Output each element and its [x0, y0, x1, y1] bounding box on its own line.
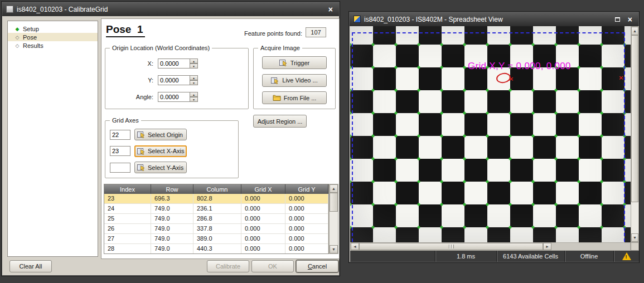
- grid-axes-row: Select Origin: [110, 129, 234, 140]
- button-label: Select Origin: [148, 131, 183, 138]
- select-x-axis-cell-input[interactable]: [110, 146, 130, 156]
- maximize-icon: [615, 17, 620, 22]
- select-x-axis-button[interactable]: Select X-Axis: [134, 145, 187, 157]
- spin-down-icon[interactable]: ▼: [190, 80, 198, 85]
- y-spinner[interactable]: ▲▼: [190, 75, 198, 85]
- table-cell: 696.3: [151, 194, 193, 203]
- scroll-thumb[interactable]: [631, 35, 638, 202]
- close-icon[interactable]: ×: [626, 14, 635, 25]
- trigger-button[interactable]: Trigger: [262, 56, 327, 69]
- maximize-button[interactable]: [613, 14, 622, 25]
- tree-item-label: Results: [23, 42, 43, 49]
- select-y-axis-cell-input[interactable]: [110, 163, 130, 173]
- table-cell: 749.0: [151, 214, 193, 223]
- scroll-thumb[interactable]: [359, 243, 543, 250]
- group-title: Grid Axes: [110, 117, 141, 124]
- status-bar: 1.8 ms6143 Available CellsOffline !: [350, 251, 639, 262]
- table-cell: 0.000: [241, 204, 285, 213]
- ok-button[interactable]: OK: [251, 260, 294, 272]
- table-cell: 337.8: [193, 224, 241, 233]
- scroll-down-icon[interactable]: ▼: [330, 245, 338, 253]
- table-row[interactable]: 24749.0236.10.0000.000: [104, 204, 328, 214]
- table-cell: 0.000: [241, 214, 285, 223]
- select-origin-cell-input[interactable]: [110, 130, 130, 140]
- table-cell: 0.000: [285, 214, 328, 223]
- setup-tree: ◆Setup◇Pose◇Results: [7, 21, 98, 257]
- spin-up-icon[interactable]: ▲: [190, 58, 198, 64]
- tree-item-setup[interactable]: ◆Setup: [8, 25, 98, 33]
- feature-points-value: 107: [306, 27, 326, 37]
- scroll-down-icon[interactable]: ▼: [631, 233, 638, 242]
- calibrate-button[interactable]: Calibrate: [207, 260, 249, 272]
- spreadsheet-titlebar[interactable]: is8402_010203 - IS8402M - Spreadsheet Vi…: [350, 12, 638, 26]
- button-label: Cancel: [297, 263, 338, 270]
- button-label: From File ...: [284, 95, 317, 101]
- calibrate-titlebar[interactable]: is8402_010203 - CalibrateGrid ×: [2, 2, 339, 16]
- table-row[interactable]: 27749.0389.00.0000.000: [104, 234, 328, 244]
- table-row[interactable]: 28749.0440.30.0000.000: [104, 244, 328, 254]
- adjust-region-button[interactable]: Adjust Region ...: [253, 115, 307, 128]
- x-spinner[interactable]: ▲▼: [190, 58, 198, 69]
- grid-axes-group: Grid Axes Select OriginSelect X-AxisSele…: [105, 120, 239, 178]
- spin-up-icon[interactable]: ▲: [190, 92, 198, 97]
- status-segments: 1.8 ms6143 Available CellsOffline: [435, 251, 613, 262]
- scroll-thumb[interactable]: [330, 193, 338, 212]
- acquire-image-group: Acquire Image TriggerLive Video ...From …: [253, 48, 336, 109]
- table-cell: 0.000: [285, 244, 328, 253]
- select-y-axis-button[interactable]: Select Y-Axis: [134, 162, 187, 173]
- calibration-image[interactable]: Grid X,Y = 0.000, 0.000 × ×: [350, 26, 631, 242]
- window-icon: [6, 6, 13, 13]
- status-segment: 1.8 ms: [435, 251, 496, 262]
- pose-heading: Pose 1: [106, 23, 145, 37]
- table-row[interactable]: 25749.0286.80.0000.000: [104, 214, 328, 224]
- select-origin-button[interactable]: Select Origin: [134, 129, 187, 140]
- angle-input[interactable]: [158, 92, 190, 102]
- spin-down-icon[interactable]: ▼: [190, 97, 198, 102]
- column-header-column: Column: [193, 184, 241, 194]
- tree-item-pose[interactable]: ◇Pose: [8, 33, 98, 41]
- button-label: Select X-Axis: [148, 148, 184, 154]
- table-cell: 0.000: [285, 204, 328, 213]
- table-scrollbar[interactable]: ▲ ▼: [329, 184, 338, 254]
- feature-points-label: Feature points found:: [230, 30, 302, 37]
- table-cell: 286.8: [193, 214, 241, 223]
- y-label: Y:: [110, 77, 153, 84]
- spin-up-icon[interactable]: ▲: [190, 75, 198, 80]
- diamond-solid-icon: ◆: [14, 26, 20, 32]
- table-cell: 0.000: [241, 194, 285, 203]
- angle-spinner[interactable]: ▲▼: [190, 92, 198, 102]
- vertical-scrollbar[interactable]: ▲ ▼: [631, 26, 639, 242]
- from-file-button[interactable]: From File ...: [262, 91, 327, 104]
- table-row[interactable]: 26749.0337.80.0000.000: [104, 224, 328, 234]
- live-video-button[interactable]: Live Video ...: [262, 74, 327, 87]
- desktop-background: is8402_010203 - CalibrateGrid × ◆Setup◇P…: [0, 0, 644, 283]
- table-body: 23696.3802.80.0000.00024749.0236.10.0000…: [104, 194, 328, 254]
- table-cell: 389.0: [193, 234, 241, 243]
- scroll-right-icon[interactable]: ►: [543, 243, 551, 250]
- scroll-up-icon[interactable]: ▲: [330, 184, 338, 193]
- clear-all-button[interactable]: Clear All: [9, 260, 52, 272]
- scroll-left-icon[interactable]: ◄: [351, 243, 359, 250]
- button-label: Live Video ...: [282, 77, 317, 84]
- cancel-button[interactable]: Cancel: [296, 260, 338, 272]
- table-cell: 236.1: [193, 204, 241, 213]
- window-title: is8402_010203 - IS8402M - Spreadsheet Vi…: [364, 16, 609, 23]
- y-input[interactable]: [158, 75, 190, 85]
- tree-item-results[interactable]: ◇Results: [8, 41, 98, 50]
- x-input[interactable]: [158, 58, 190, 69]
- group-title: Origin Location (World Coordinates): [110, 45, 212, 51]
- grid-axes-row: Select Y-Axis: [110, 162, 234, 173]
- folder-icon: [273, 94, 281, 101]
- table-row[interactable]: 23696.3802.80.0000.000: [104, 194, 328, 204]
- table-cell: 749.0: [151, 204, 193, 213]
- spin-down-icon[interactable]: ▼: [190, 64, 198, 69]
- table-cell: 749.0: [151, 244, 193, 253]
- table-cell: 802.8: [193, 194, 241, 203]
- scroll-up-icon[interactable]: ▲: [631, 27, 638, 35]
- table-cell: 0.000: [241, 244, 285, 253]
- close-icon[interactable]: ×: [326, 4, 335, 15]
- horizontal-scrollbar[interactable]: ◄ ►: [350, 242, 631, 251]
- select-pointer-icon: [137, 164, 146, 171]
- table-cell: 23: [104, 194, 151, 203]
- warning-indicator[interactable]: !: [613, 251, 639, 262]
